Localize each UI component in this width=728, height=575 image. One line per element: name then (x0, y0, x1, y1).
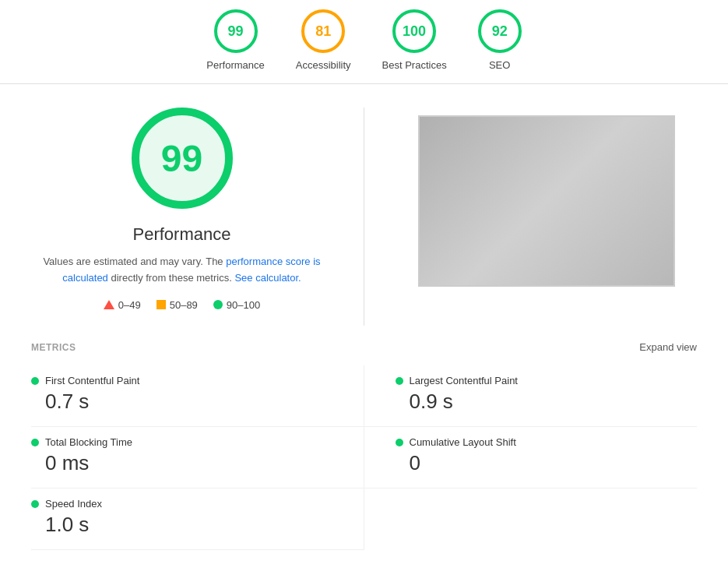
big-score-value: 99 (161, 137, 202, 180)
expand-view-button[interactable]: Expand view (639, 341, 697, 353)
orange-square-icon (157, 300, 166, 309)
fcp-dot-icon (31, 377, 39, 385)
lcp-name: Largest Contentful Paint (410, 375, 518, 386)
legend-item-orange: 50–89 (157, 299, 198, 311)
performance-title: Performance (133, 224, 231, 245)
best-practices-score: 100 (403, 23, 426, 40)
score-bar: 99 Performance 81 Accessibility 100 Best… (0, 0, 728, 84)
metric-lcp-header: Largest Contentful Paint (396, 375, 698, 386)
accessibility-circle: 81 (301, 9, 345, 53)
legend: 0–49 50–89 90–100 (104, 299, 260, 311)
seo-score: 92 (492, 23, 508, 40)
metrics-section: METRICS Expand view First Contentful Pai… (0, 341, 728, 550)
lcp-value: 0.9 s (396, 390, 698, 414)
accessibility-score: 81 (315, 23, 331, 40)
metric-si: Speed Index 1.0 s (31, 489, 364, 550)
main-content: 99 Performance Values are estimated and … (0, 84, 728, 341)
fcp-value: 0.7 s (31, 390, 332, 414)
best-practices-circle: 100 (392, 9, 436, 53)
performance-description: Values are estimated and may vary. The p… (31, 254, 332, 287)
metric-lcp: Largest Contentful Paint 0.9 s (364, 365, 698, 427)
metric-fcp: First Contentful Paint 0.7 s (31, 365, 364, 427)
metrics-header: METRICS Expand view (31, 341, 697, 353)
panel-divider (364, 108, 364, 326)
screenshot-box (418, 115, 675, 287)
si-value: 1.0 s (31, 513, 332, 537)
metrics-label: METRICS (31, 342, 76, 353)
right-panel (396, 108, 697, 326)
seo-circle: 92 (478, 9, 522, 53)
metric-tbt-header: Total Blocking Time (31, 436, 332, 448)
legend-item-green: 90–100 (213, 299, 260, 311)
legend-range-2: 50–89 (170, 299, 198, 311)
lcp-dot-icon (396, 377, 403, 385)
si-dot-icon (31, 500, 39, 508)
screenshot-image (420, 117, 673, 285)
metric-fcp-header: First Contentful Paint (31, 375, 332, 386)
tbt-name: Total Blocking Time (45, 436, 132, 448)
cls-dot-icon (396, 439, 403, 446)
red-triangle-icon (104, 300, 114, 309)
performance-label: Performance (206, 59, 264, 71)
fcp-name: First Contentful Paint (45, 375, 139, 386)
seo-label: SEO (489, 59, 510, 71)
cls-name: Cumulative Layout Shift (410, 436, 516, 448)
calculator-link[interactable]: See calculator. (234, 272, 301, 284)
left-panel: 99 Performance Values are estimated and … (31, 108, 332, 326)
performance-score: 99 (228, 23, 244, 40)
big-score-circle: 99 (132, 108, 233, 209)
cls-value: 0 (396, 451, 698, 475)
score-item-performance[interactable]: 99 Performance (206, 9, 264, 71)
green-dot-icon (213, 300, 223, 309)
metric-si-header: Speed Index (31, 498, 332, 510)
legend-range-3: 90–100 (227, 299, 260, 311)
performance-circle: 99 (214, 9, 258, 53)
legend-item-red: 0–49 (104, 299, 141, 311)
legend-range-1: 0–49 (118, 299, 141, 311)
tbt-dot-icon (31, 439, 39, 446)
tbt-value: 0 ms (31, 451, 332, 475)
best-practices-label: Best Practices (382, 59, 447, 71)
accessibility-label: Accessibility (296, 59, 351, 71)
metric-tbt: Total Blocking Time 0 ms (31, 427, 364, 489)
metric-cls-header: Cumulative Layout Shift (396, 436, 698, 448)
si-name: Speed Index (45, 498, 102, 510)
metric-cls: Cumulative Layout Shift 0 (364, 427, 698, 489)
score-item-seo[interactable]: 92 SEO (478, 9, 522, 71)
score-item-best-practices[interactable]: 100 Best Practices (382, 9, 447, 71)
metrics-grid: First Contentful Paint 0.7 s Largest Con… (31, 365, 697, 550)
score-item-accessibility[interactable]: 81 Accessibility (296, 9, 351, 71)
